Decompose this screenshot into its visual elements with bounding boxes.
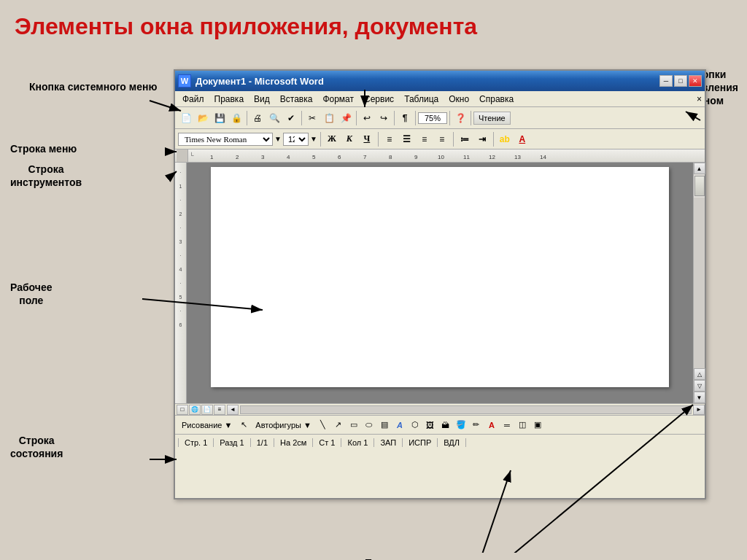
oval-icon[interactable]: ⬭ <box>362 418 376 432</box>
print-icon[interactable]: 🖨 <box>249 110 266 126</box>
scroll-thumb[interactable] <box>694 176 705 196</box>
line-style-icon[interactable]: ═ <box>500 418 514 432</box>
status-line: Ст 1 <box>313 438 341 447</box>
underline-button[interactable]: Ч <box>359 132 375 147</box>
pointer-icon[interactable]: ↖ <box>236 418 251 432</box>
draw-button[interactable]: Рисование ▼ <box>178 419 236 432</box>
menu-format[interactable]: Формат <box>318 93 358 106</box>
page-content[interactable] <box>187 163 693 403</box>
3d-icon[interactable]: ▣ <box>530 418 545 432</box>
label-menu-bar: Строка меню <box>10 142 77 155</box>
reading-button[interactable]: Чтение <box>473 112 511 125</box>
scroll-track <box>694 198 705 368</box>
save-icon[interactable]: 💾 <box>212 110 228 126</box>
separator-6 <box>449 111 450 125</box>
horizontal-scroll-area: □ 🌐 📄 ≡ ◄ ► <box>175 403 705 415</box>
italic-button[interactable]: К <box>341 132 357 147</box>
indent-icon[interactable]: ⇥ <box>474 132 490 147</box>
menu-tools[interactable]: Сервис <box>360 93 398 106</box>
scroll-down-button[interactable]: ▼ <box>694 392 705 403</box>
web-view-button[interactable]: 🌐 <box>189 405 201 415</box>
print-view-button[interactable]: 📄 <box>201 405 213 415</box>
window-title: Документ1 - Microsoft Word <box>196 76 659 87</box>
page-title: Элементы окна приложения, документа <box>0 0 747 47</box>
line-color-icon[interactable]: ✏ <box>469 418 484 432</box>
status-rec: ЗАП <box>374 438 403 447</box>
page-container: Элементы окна приложения, документа Кноп… <box>0 0 747 560</box>
size-dropdown-icon[interactable]: ▼ <box>310 135 317 143</box>
para-marks-icon[interactable]: ¶ <box>397 110 413 126</box>
menu-close-x[interactable]: × <box>697 94 702 104</box>
minimize-button[interactable]: ─ <box>659 75 673 87</box>
word-window: W Документ1 - Microsoft Word ─ □ ✕ Файл … <box>174 69 706 499</box>
vertical-scrollbar[interactable]: ▲ △ ▽ ▼ <box>693 163 705 403</box>
outline-view-button[interactable]: ≡ <box>214 405 225 415</box>
standard-toolbar: 📄 📂 💾 🔒 🖨 🔍 ✔ ✂ 📋 📌 ↩ ↪ ¶ 75% <box>175 107 705 129</box>
redo-icon[interactable]: ↪ <box>376 110 392 126</box>
list-icon[interactable]: ≔ <box>457 132 473 147</box>
status-trk: ИСПР <box>403 438 438 447</box>
vertical-ruler: · 1 · 2 · 3 · 4 · 5 · 6 <box>175 163 187 403</box>
scroll-up-button[interactable]: ▲ <box>694 163 705 174</box>
label-workspace: Рабочее поле <box>10 281 53 307</box>
align-left-icon[interactable]: ≡ <box>382 132 398 147</box>
font-select[interactable]: Times New Roman <box>178 133 273 146</box>
spellcheck-icon[interactable]: ✔ <box>283 110 299 126</box>
justify-icon[interactable]: ≡ <box>434 132 450 147</box>
normal-view-button[interactable]: □ <box>177 405 188 415</box>
help-icon[interactable]: ❓ <box>452 110 468 126</box>
clipart-icon[interactable]: 🖼 <box>423 418 438 432</box>
rectangle-icon[interactable]: ▭ <box>347 418 361 432</box>
bold-button[interactable]: Ж <box>324 132 340 147</box>
line-icon[interactable]: ╲ <box>316 418 330 432</box>
menu-insert[interactable]: Вставка <box>276 93 317 106</box>
font-color-draw-icon[interactable]: A <box>484 418 499 432</box>
permissions-icon[interactable]: 🔒 <box>228 110 244 126</box>
status-position: На 2см <box>274 438 313 447</box>
align-right-icon[interactable]: ≡ <box>417 132 433 147</box>
scroll-page-up-button[interactable]: △ <box>694 368 705 380</box>
document-page <box>211 167 668 387</box>
open-icon[interactable]: 📂 <box>195 110 211 126</box>
undo-icon[interactable]: ↩ <box>359 110 375 126</box>
menu-edit[interactable]: Правка <box>210 93 249 106</box>
drawing-toolbar: Рисование ▼ ↖ Автофигуры ▼ ╲ ↗ ▭ ⬭ ▤ A ⬡… <box>175 415 705 434</box>
menu-view[interactable]: Вид <box>249 93 274 106</box>
h-scroll-right-button[interactable]: ► <box>693 405 705 415</box>
diagram-icon[interactable]: ⬡ <box>408 418 422 432</box>
fill-color-icon[interactable]: 🪣 <box>454 418 468 432</box>
size-select[interactable]: 12 <box>283 133 309 146</box>
menu-file[interactable]: Файл <box>178 93 209 106</box>
new-doc-icon[interactable]: 📄 <box>178 110 194 126</box>
shadow-icon[interactable]: ◫ <box>515 418 530 432</box>
print-preview-icon[interactable]: 🔍 <box>266 110 282 126</box>
wordart-icon[interactable]: A <box>392 418 407 432</box>
align-center-icon[interactable]: ☰ <box>399 132 415 147</box>
window-controls: ─ □ ✕ <box>659 75 702 87</box>
font-color-icon[interactable]: A <box>514 132 530 147</box>
autoshapes-button[interactable]: Автофигуры ▼ <box>252 419 315 432</box>
menu-bar: Файл Правка Вид Вставка Формат Сервис Та… <box>175 91 705 107</box>
zoom-select[interactable]: 75% <box>418 112 447 124</box>
paste-icon[interactable]: 📌 <box>338 110 354 126</box>
h-scroll-left-button[interactable]: ◄ <box>227 405 239 415</box>
separator-4 <box>394 111 395 125</box>
maximize-button[interactable]: □ <box>674 75 687 87</box>
textbox-icon[interactable]: ▤ <box>377 418 392 432</box>
close-button[interactable]: ✕ <box>689 75 702 87</box>
highlight-icon[interactable]: ab <box>497 132 513 147</box>
menu-window[interactable]: Окно <box>444 93 473 106</box>
menu-table[interactable]: Таблица <box>400 93 443 106</box>
menu-help[interactable]: Справка <box>475 93 518 106</box>
scroll-page-down-button[interactable]: ▽ <box>694 380 705 392</box>
font-dropdown-icon[interactable]: ▼ <box>274 135 282 143</box>
picture-icon[interactable]: 🏔 <box>438 418 453 432</box>
label-scrollbars: Полосы прокрутки <box>365 556 460 560</box>
fmt-sep-2 <box>378 132 379 147</box>
horizontal-ruler: └ 1 2 3 4 5 6 7 8 9 10 11 12 13 14 <box>175 149 705 163</box>
cut-icon[interactable]: ✂ <box>304 110 320 126</box>
h-scroll-track[interactable] <box>240 405 692 414</box>
copy-icon[interactable]: 📋 <box>321 110 337 126</box>
label-toolbar: Строка инструментов <box>10 163 82 189</box>
arrow-icon[interactable]: ↗ <box>331 418 346 432</box>
